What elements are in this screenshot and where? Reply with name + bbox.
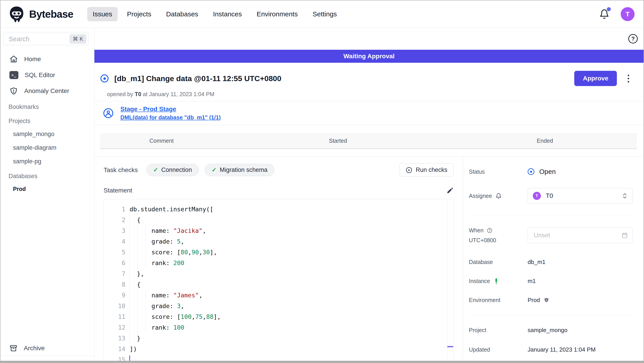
nav-tab-environments[interactable]: Environments: [251, 7, 304, 21]
code-line[interactable]: 5 score: [80,90,30],: [104, 247, 454, 258]
main-nav: Issues Projects Databases Instances Envi…: [87, 7, 343, 21]
sidebar-section-databases: Databases: [0, 168, 94, 182]
code-text: {: [130, 281, 140, 288]
code-text: rank: 100: [130, 324, 184, 331]
code-text: score: [100,75,88],: [130, 313, 221, 320]
bytebase-logo[interactable]: Bytebase: [8, 5, 73, 23]
statement-header-row: Statement: [104, 187, 454, 194]
sql-statement-editor[interactable]: 1db.student.insertMany([2 {3 name: "Jaci…: [104, 199, 454, 361]
code-line[interactable]: 6 rank: 200: [104, 258, 454, 268]
left-sidebar: ⌘ K Home >_ SQL Editor Anomaly Center Bo…: [0, 28, 94, 361]
approve-button[interactable]: Approve: [574, 71, 617, 86]
code-text: db.student.insertMany([: [130, 206, 214, 213]
nav-tab-issues[interactable]: Issues: [87, 7, 118, 21]
sidebar-item-label: Archive: [24, 345, 44, 352]
main-content: ? Waiting Approval [db_m1] Change data @…: [94, 28, 644, 361]
brand-name: Bytebase: [29, 8, 73, 20]
line-number: 15: [104, 356, 125, 362]
task-table-header: Comment Started Ended: [100, 133, 636, 148]
window-bottom-edge: [0, 361, 644, 363]
sidebar-project-sample-mongo[interactable]: sample_mongo: [0, 127, 94, 141]
check-chip-migration-schema[interactable]: ✓ Migration schema: [205, 164, 274, 176]
lower-split: Task checks ✓ Connection ✓ Migration sch…: [94, 156, 644, 361]
code-lines: 1db.student.insertMany([2 {3 name: "Jaci…: [104, 199, 454, 361]
nav-tab-settings[interactable]: Settings: [307, 7, 342, 21]
sidebar-project-sample-diagram[interactable]: sample-diagram: [0, 141, 94, 155]
user-avatar[interactable]: T: [621, 7, 634, 21]
code-text: {: [130, 216, 140, 223]
search-input[interactable]: [8, 35, 70, 43]
indent-guide: [146, 225, 146, 268]
status-row: Status Open: [469, 168, 633, 175]
run-checks-button[interactable]: Run checks: [399, 163, 454, 177]
sidebar-item-home[interactable]: Home: [0, 51, 94, 67]
code-line[interactable]: 2 {: [104, 214, 454, 225]
sidebar-item-sql-editor[interactable]: >_ SQL Editor: [0, 67, 94, 83]
issue-details-panel: Status Open Assignee: [463, 157, 644, 361]
stage-task-link[interactable]: DML(data) for database "db_m1" (1/1): [120, 114, 221, 121]
protected-shield-icon: [544, 297, 549, 303]
stage-person-icon: [103, 108, 114, 118]
check-icon: ✓: [212, 166, 216, 173]
code-line[interactable]: 14]): [104, 344, 454, 354]
when-label: When UTC+0800: [469, 226, 528, 245]
top-navigation-bar: Bytebase Issues Projects Databases Insta…: [0, 0, 644, 28]
sidebar-project-sample-pg[interactable]: sample-pg: [0, 155, 94, 168]
assignee-bell-icon: [496, 193, 502, 199]
sidebar-item-archive[interactable]: Archive: [0, 344, 94, 352]
check-chip-label: Migration schema: [220, 166, 268, 173]
code-line[interactable]: 10 grade: 3,: [104, 301, 454, 311]
stage-link[interactable]: Stage - Prod Stage: [120, 105, 221, 113]
check-chip-connection[interactable]: ✓ Connection: [146, 164, 199, 176]
chevron-updown-icon: [622, 192, 628, 199]
nav-tab-projects[interactable]: Projects: [121, 7, 157, 21]
line-number: 3: [104, 227, 125, 234]
help-icon[interactable]: ?: [628, 34, 638, 43]
assignee-select[interactable]: T T0: [528, 188, 633, 204]
code-text: ]): [130, 346, 137, 353]
code-line[interactable]: 8 {: [104, 279, 454, 290]
instance-row: Instance m1: [469, 278, 633, 285]
code-line[interactable]: 13 }: [104, 333, 454, 344]
notification-bell-icon[interactable]: [599, 9, 610, 19]
code-line[interactable]: 7 },: [104, 268, 454, 279]
line-number: 14: [104, 346, 125, 353]
line-number: 7: [104, 270, 125, 277]
code-line[interactable]: 4 grade: 5,: [104, 236, 454, 247]
task-activity-table: Comment Started Ended: [94, 125, 644, 156]
edit-pencil-icon[interactable]: [446, 187, 454, 194]
when-input[interactable]: [533, 232, 621, 239]
sidebar-item-anomaly-center[interactable]: Anomaly Center: [0, 83, 94, 99]
task-table-empty-row: [100, 148, 636, 149]
line-number: 10: [104, 303, 125, 310]
sidebar-search[interactable]: ⌘ K: [4, 33, 89, 45]
code-line[interactable]: 3 name: "Jacika",: [104, 225, 454, 236]
nav-tab-instances[interactable]: Instances: [208, 7, 247, 21]
indent-guide: [138, 214, 138, 344]
instance-label: Instance: [469, 278, 490, 284]
issue-author: T0: [135, 91, 141, 97]
calendar-icon: [621, 232, 628, 239]
notification-dot: [607, 7, 611, 11]
code-line[interactable]: 9 name: "James",: [104, 290, 454, 301]
assignee-label: Assignee: [469, 193, 492, 199]
when-datetime-field[interactable]: [528, 227, 633, 243]
nav-tab-databases[interactable]: Databases: [160, 7, 204, 21]
code-line[interactable]: 11 score: [100,75,88],: [104, 311, 454, 322]
project-label: Project: [469, 327, 528, 334]
code-text: grade: 3,: [130, 303, 184, 310]
issue-more-menu-icon[interactable]: [626, 73, 630, 84]
code-line[interactable]: 12 rank: 100: [104, 322, 454, 333]
line-number: 2: [104, 216, 125, 223]
sidebar-database-prod[interactable]: Prod: [0, 182, 94, 196]
check-chip-label: Connection: [161, 166, 192, 173]
play-circle-icon: [406, 167, 412, 173]
home-icon: [10, 55, 18, 63]
app-body: ⌘ K Home >_ SQL Editor Anomaly Center Bo…: [0, 28, 644, 361]
status-banner: Waiting Approval: [94, 50, 644, 63]
instance-value: m1: [528, 278, 633, 285]
database-row: Database db_m1: [469, 259, 633, 266]
opened-middle: at: [141, 91, 149, 97]
code-line[interactable]: 15: [104, 354, 454, 361]
code-line[interactable]: 1db.student.insertMany([: [104, 204, 454, 214]
